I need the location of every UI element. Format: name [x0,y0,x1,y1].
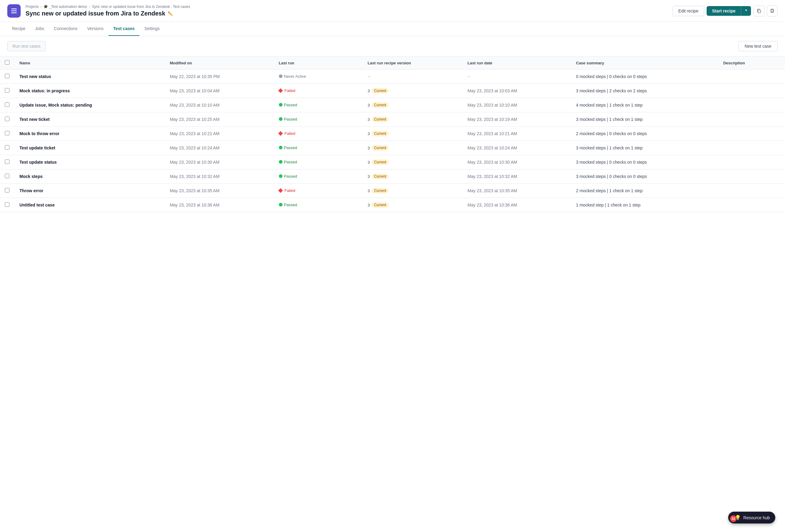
start-recipe-group: Start recipe [707,6,751,16]
row-modified: May 23, 2023 at 10:36 AM [165,198,274,212]
date-dash: -- [467,74,470,79]
row-last-run: Passed [274,155,363,169]
run-test-cases-button[interactable]: Run test cases [7,41,46,51]
row-case-summary: 2 mocked steps | 1 check on 1 step [571,184,718,198]
status-label: Passed [284,145,297,150]
tab-jobs[interactable]: Jobs [30,22,49,36]
tab-versions[interactable]: Versions [82,22,108,36]
status-label: Passed [284,174,297,179]
row-last-run-date: May 23, 2023 at 10:19 AM [463,112,571,127]
row-checkbox[interactable] [5,159,9,164]
version-number: 3 [368,89,370,93]
row-last-run: Passed [274,98,363,112]
table-row[interactable]: Update issue, Mock status: pendingMay 23… [0,98,785,112]
row-name[interactable]: Mock steps [15,169,165,184]
table-row[interactable]: Test update ticketMay 23, 2023 at 10:24 … [0,141,785,155]
row-description [718,184,785,198]
row-case-summary: 3 mocked steps | 0 checks on 0 steps [571,155,718,169]
row-name[interactable]: Mock status: in progress [15,84,165,98]
app-header: Projects › 🎓 _Test automation demo › Syn… [0,0,785,22]
svg-rect-3 [758,10,761,13]
version-number: 3 [368,174,370,179]
page-title-text: Sync new or updated issue from Jira to Z… [26,10,165,17]
tab-test-cases[interactable]: Test cases [108,22,140,36]
row-name[interactable]: Mock to throw error [15,127,165,141]
table-header-row: Name Modified on Last run Last run recip… [0,56,785,70]
breadcrumb: Projects › 🎓 _Test automation demo › Syn… [26,4,668,9]
col-header-desc: Description [718,56,785,70]
edit-title-icon[interactable]: ✏️ [168,11,173,16]
delete-button[interactable] [767,5,778,17]
row-name[interactable]: Test new ticket [15,112,165,127]
tab-settings[interactable]: Settings [140,22,164,36]
row-modified: May 23, 2023 at 10:21 AM [165,127,274,141]
row-case-summary: 1 mocked step | 1 check on 1 step [571,198,718,212]
nav-tabs: Recipe Jobs Connections Versions Test ca… [0,22,785,36]
row-checkbox[interactable] [5,116,9,121]
row-last-run-date: May 23, 2023 at 10:03 AM [463,84,571,98]
table-row[interactable]: Mock status: in progressMay 23, 2023 at … [0,84,785,98]
row-modified: May 23, 2023 at 10:30 AM [165,155,274,169]
app-logo [7,4,21,18]
copy-button[interactable] [753,5,764,17]
breadcrumb-automation-demo[interactable]: 🎓 _Test automation demo [44,4,87,9]
new-test-case-button[interactable]: New test case [738,41,778,51]
row-last-run-date: May 23, 2023 at 10:36 AM [463,198,571,212]
row-last-run: Failed [274,84,363,98]
breadcrumb-projects[interactable]: Projects [26,4,39,9]
row-name[interactable]: Throw error [15,184,165,198]
row-case-summary: 3 mocked steps | 1 check on 1 step [571,112,718,127]
row-checkbox[interactable] [5,102,9,107]
table-row[interactable]: Untitled test caseMay 23, 2023 at 10:36 … [0,198,785,212]
start-recipe-dropdown-button[interactable] [741,6,751,16]
row-checkbox[interactable] [5,145,9,150]
failed-dot [278,131,283,136]
table-row[interactable]: Test new statusMay 22, 2023 at 10:35 PMN… [0,70,785,84]
row-checkbox[interactable] [5,202,9,207]
row-checkbox[interactable] [5,174,9,178]
row-checkbox[interactable] [5,74,9,78]
row-name[interactable]: Untitled test case [15,198,165,212]
start-recipe-button[interactable]: Start recipe [707,6,741,16]
row-last-run: Passed [274,141,363,155]
row-checkbox[interactable] [5,188,9,192]
table-row[interactable]: Mock stepsMay 23, 2023 at 10:32 AMPassed… [0,169,785,184]
row-description [718,155,785,169]
breadcrumb-sep-1: › [41,4,42,9]
current-tag: Current [372,145,388,151]
svg-rect-0 [11,8,17,9]
row-name[interactable]: Test new status [15,70,165,84]
row-version: 3 Current [363,127,463,141]
version-badge: 3 Current [368,174,388,179]
table-row[interactable]: Mock to throw errorMay 23, 2023 at 10:21… [0,127,785,141]
table-row[interactable]: Throw errorMay 23, 2023 at 10:35 AMFaile… [0,184,785,198]
row-last-run-date: May 23, 2023 at 10:30 AM [463,155,571,169]
table-row[interactable]: Test update statusMay 23, 2023 at 10:30 … [0,155,785,169]
passed-dot [279,203,282,207]
row-version: 3 Current [363,155,463,169]
row-name[interactable]: Update issue, Mock status: pending [15,98,165,112]
edit-recipe-button[interactable]: Edit recipe [673,6,704,16]
table-row[interactable]: Test new ticketMay 23, 2023 at 10:25 AMP… [0,112,785,127]
row-checkbox[interactable] [5,88,9,92]
passed-dot [279,146,282,150]
current-tag: Current [372,188,388,193]
select-all-checkbox[interactable] [5,60,9,65]
row-case-summary: 3 mocked steps | 2 checks on 2 steps [571,84,718,98]
row-name[interactable]: Test update status [15,155,165,169]
row-modified: May 22, 2023 at 10:35 PM [165,70,274,84]
version-badge: 3 Current [368,88,388,94]
passed-dot [279,103,282,107]
row-modified: May 23, 2023 at 10:35 AM [165,184,274,198]
row-name[interactable]: Test update ticket [15,141,165,155]
row-last-run: Failed [274,184,363,198]
tab-recipe[interactable]: Recipe [7,22,30,36]
current-tag: Current [372,202,388,208]
row-case-summary: 2 mocked steps | 0 checks on 0 steps [571,127,718,141]
status-label: Passed [284,160,297,164]
status-label: Passed [284,117,297,122]
version-badge: 3 Current [368,188,388,193]
row-checkbox[interactable] [5,131,9,135]
tab-connections[interactable]: Connections [49,22,82,36]
current-tag: Current [372,88,388,94]
